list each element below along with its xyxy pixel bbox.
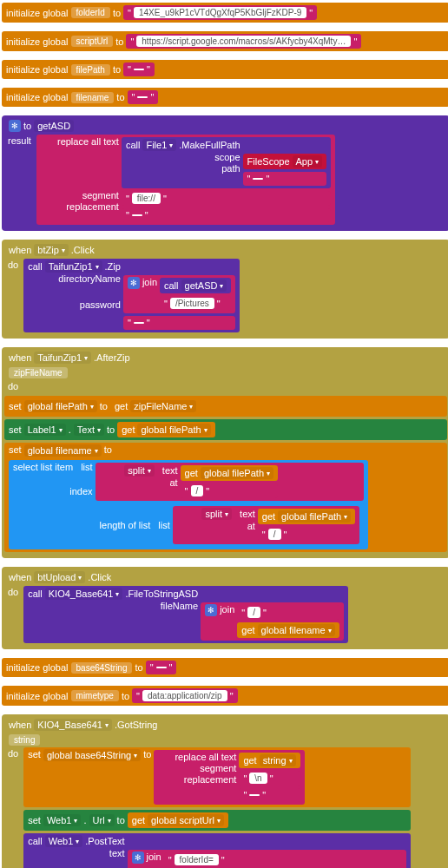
get-filepath[interactable]: get global filePath: [181, 465, 278, 481]
var[interactable]: global filePath: [278, 510, 351, 523]
get-filepath[interactable]: get global filePath: [117, 422, 214, 437]
value[interactable]: [156, 667, 167, 668]
label1-comp[interactable]: Label1: [24, 424, 66, 436]
when-gotstring[interactable]: when KIO4_Base641 .GotString string do s…: [2, 714, 448, 868]
slash-value[interactable]: /: [191, 485, 204, 496]
btupload-comp[interactable]: btUpload: [34, 571, 85, 583]
slash-value2[interactable]: /: [268, 529, 281, 540]
kio4-comp[interactable]: KIO4_Base641: [45, 588, 123, 600]
proc-getASD[interactable]: ✻ to getASD result replace all text segm…: [2, 115, 448, 231]
text-prop[interactable]: Text: [74, 424, 104, 436]
value[interactable]: data:application/zip: [142, 690, 227, 701]
split-block[interactable]: split text at get global filePath " / ": [96, 463, 365, 501]
get-filepath2[interactable]: get global filePath: [258, 509, 355, 524]
init-global-mimetype[interactable]: initialize global mimetype to " data:app…: [2, 686, 448, 706]
split-label[interactable]: split: [124, 464, 155, 477]
password-value[interactable]: [134, 322, 144, 324]
text-block[interactable]: " ": [128, 90, 159, 104]
password-text[interactable]: " ": [123, 316, 236, 330]
get-scripturl[interactable]: get global scriptUrl: [128, 812, 228, 828]
join-block[interactable]: ✻ join call getASD " /Pictures ": [123, 275, 236, 313]
value[interactable]: [134, 69, 144, 70]
init-global-scriptUrl[interactable]: initialize global scriptUrl to " https:/…: [2, 31, 448, 51]
empty-value[interactable]: [249, 794, 260, 796]
replace-text[interactable]: replace all text segment replacement get…: [154, 750, 304, 805]
gear-icon[interactable]: ✻: [9, 120, 21, 132]
set-filename[interactable]: set global filename to select list item …: [4, 443, 447, 552]
var[interactable]: global base64String: [43, 749, 141, 761]
nl-text[interactable]: " \n ": [239, 771, 300, 786]
taifun-comp[interactable]: TaifunZip1: [45, 260, 102, 273]
var[interactable]: global filePath: [137, 424, 210, 436]
join-block[interactable]: ✻ join " / " get global filename: [201, 602, 343, 641]
gear-icon[interactable]: ✻: [205, 604, 217, 616]
var[interactable]: string: [260, 754, 296, 766]
set-filepath[interactable]: set global filePath to get zipFileName: [4, 396, 447, 417]
set-web1-url[interactable]: set Web1. Url to get global scriptUrl: [23, 810, 410, 831]
text-block[interactable]: " data:application/zip ": [132, 688, 237, 703]
call-makefullpath[interactable]: call File1 .MakeFullPath scope path File…: [122, 137, 331, 188]
init-global-filePath[interactable]: initialize global filePath to " ": [2, 60, 448, 79]
var[interactable]: global scriptUrl: [148, 814, 224, 826]
replacement-value[interactable]: [132, 214, 142, 216]
text-block[interactable]: " ": [123, 62, 155, 76]
init-global-folderId[interactable]: initialize global folderId to " 14XE_u9k…: [2, 3, 448, 23]
var[interactable]: zipFileName: [130, 400, 196, 412]
get-string[interactable]: get string: [239, 753, 300, 768]
segment-fileproto[interactable]: " file:// ": [122, 191, 331, 206]
app-val[interactable]: App: [293, 155, 323, 168]
filescope-app[interactable]: FileScope App: [243, 154, 327, 169]
join-big[interactable]: ✻ join " folderId= " get global folderId…: [128, 850, 406, 868]
pictures-text[interactable]: " /Pictures ": [160, 296, 231, 311]
split-block2[interactable]: split text at get global filePath " / ": [173, 506, 359, 544]
when-btzip-click[interactable]: when btZip .Click do call TaifunZip1 .Zi…: [2, 240, 448, 339]
when-btupload[interactable]: when btUpload .Click do call KIO4_Base64…: [2, 567, 448, 649]
get-zipfilename[interactable]: get zipFileName: [110, 398, 201, 414]
slash-text[interactable]: " / ": [181, 483, 278, 498]
folderid-eq[interactable]: " folderId= ": [164, 852, 402, 867]
segment-value[interactable]: file://: [132, 193, 161, 204]
btzip-comp[interactable]: btZip: [34, 244, 68, 256]
init-global-base64[interactable]: initialize global base64String to " ": [2, 658, 448, 677]
taifun-comp[interactable]: TaifunZip1: [34, 352, 91, 364]
gear-icon[interactable]: ✻: [132, 852, 144, 864]
path-empty[interactable]: " ": [243, 172, 327, 186]
pictures-value[interactable]: /Pictures: [170, 298, 214, 309]
var[interactable]: global filePath: [24, 400, 97, 412]
split-label[interactable]: split: [201, 508, 232, 520]
empty-text[interactable]: " ": [239, 788, 300, 802]
replace-all-text[interactable]: replace all text segment replacement cal…: [36, 135, 335, 225]
length-of-list[interactable]: length of list list split text at get: [96, 503, 365, 547]
slash-text2[interactable]: " / ": [258, 527, 355, 542]
init-global-filename[interactable]: initialize global filename to " ": [2, 88, 448, 107]
text-block[interactable]: " ": [146, 661, 177, 674]
replacement-empty[interactable]: " ": [122, 208, 331, 222]
kio4-comp[interactable]: KIO4_Base641: [34, 719, 112, 731]
getasd-name[interactable]: getASD: [181, 279, 227, 292]
text-block[interactable]: " https://script.google.com/macros/s/AKf…: [126, 34, 361, 49]
call-posttext[interactable]: call Web1 .PostText text ✻ join " folder…: [23, 833, 410, 868]
nl-value[interactable]: \n: [249, 773, 267, 784]
set-base64[interactable]: set global base64String to replace all t…: [23, 747, 410, 807]
web1-comp[interactable]: Web1: [45, 835, 83, 847]
call-getasd[interactable]: call getASD: [160, 278, 231, 293]
var[interactable]: global filename: [258, 624, 335, 636]
var[interactable]: global filename: [24, 444, 102, 457]
value[interactable]: 14XE_u9kP1cVTdQgXfqP5KbGljFzKDP-9: [134, 7, 306, 18]
when-afterzip[interactable]: when TaifunZip1 .AfterZip zipFileName do…: [2, 347, 448, 558]
value[interactable]: [137, 96, 148, 98]
web1-comp[interactable]: Web1: [43, 814, 82, 826]
slash-text[interactable]: " / ": [237, 605, 339, 620]
call-filetostringasd[interactable]: call KIO4_Base641 .FileToStringASD fileN…: [23, 586, 347, 643]
var[interactable]: global filePath: [201, 467, 273, 479]
call-taifunzip[interactable]: call TaifunZip1 .Zip directoryName passw…: [23, 259, 240, 332]
file1-comp[interactable]: File1: [142, 139, 176, 151]
select-list-item[interactable]: select list item list index split text a…: [9, 460, 368, 549]
gear-icon[interactable]: ✻: [128, 277, 140, 289]
set-label1-text[interactable]: set Label1. Text to get global filePath: [4, 419, 447, 440]
slash-value[interactable]: /: [247, 607, 260, 618]
get-filename[interactable]: get global filename: [237, 622, 339, 638]
text-block[interactable]: " 14XE_u9kP1cVTdQgXfqP5KbGljFzKDP-9 ": [123, 5, 317, 20]
path-value[interactable]: [253, 178, 263, 180]
t1[interactable]: folderId=: [175, 854, 219, 865]
